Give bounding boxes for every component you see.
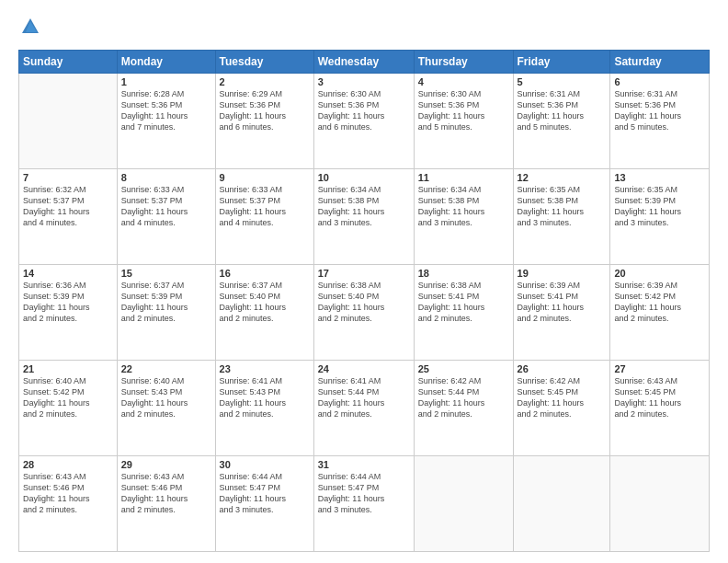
day-info: Sunrise: 6:30 AM Sunset: 5:36 PM Dayligh… [418,88,509,133]
day-info: Sunrise: 6:40 AM Sunset: 5:42 PM Dayligh… [23,375,113,420]
logo-icon [20,17,40,37]
day-info: Sunrise: 6:42 AM Sunset: 5:44 PM Dayligh… [418,375,509,420]
day-number: 5 [518,76,607,87]
day-info: Sunrise: 6:38 AM Sunset: 5:40 PM Dayligh… [318,280,410,325]
calendar-header-row: SundayMondayTuesdayWednesdayThursdayFrid… [19,51,710,74]
calendar-header-sunday: Sunday [19,51,118,74]
day-info: Sunrise: 6:32 AM Sunset: 5:37 PM Dayligh… [23,184,113,229]
day-info: Sunrise: 6:33 AM Sunset: 5:37 PM Dayligh… [121,184,211,229]
calendar-cell: 26Sunrise: 6:42 AM Sunset: 5:45 PM Dayli… [513,361,610,456]
calendar-cell [513,456,610,552]
calendar-cell: 16Sunrise: 6:37 AM Sunset: 5:40 PM Dayli… [215,265,313,361]
day-number: 14 [23,268,113,279]
day-info: Sunrise: 6:43 AM Sunset: 5:46 PM Dayligh… [121,471,211,516]
day-info: Sunrise: 6:31 AM Sunset: 5:36 PM Dayligh… [518,88,607,133]
calendar-cell: 31Sunrise: 6:44 AM Sunset: 5:47 PM Dayli… [313,456,414,552]
calendar-week-5: 28Sunrise: 6:43 AM Sunset: 5:46 PM Dayli… [19,456,710,552]
day-info: Sunrise: 6:40 AM Sunset: 5:43 PM Dayligh… [121,375,211,420]
day-info: Sunrise: 6:44 AM Sunset: 5:47 PM Dayligh… [318,471,410,516]
day-number: 12 [518,172,607,183]
calendar-cell [610,456,710,552]
day-number: 7 [23,172,113,183]
day-info: Sunrise: 6:43 AM Sunset: 5:45 PM Dayligh… [614,375,705,420]
day-info: Sunrise: 6:34 AM Sunset: 5:38 PM Dayligh… [318,184,410,229]
calendar-cell: 30Sunrise: 6:44 AM Sunset: 5:47 PM Dayli… [215,456,313,552]
logo [18,17,40,40]
day-number: 29 [121,459,211,470]
day-number: 25 [418,363,509,374]
day-number: 13 [614,172,705,183]
calendar-cell: 27Sunrise: 6:43 AM Sunset: 5:45 PM Dayli… [610,361,710,456]
calendar-cell: 7Sunrise: 6:32 AM Sunset: 5:37 PM Daylig… [19,169,118,265]
day-info: Sunrise: 6:39 AM Sunset: 5:42 PM Dayligh… [614,280,705,325]
calendar-cell: 18Sunrise: 6:38 AM Sunset: 5:41 PM Dayli… [414,265,513,361]
day-number: 31 [318,459,410,470]
day-info: Sunrise: 6:35 AM Sunset: 5:39 PM Dayligh… [614,184,705,229]
day-info: Sunrise: 6:41 AM Sunset: 5:43 PM Dayligh… [220,375,310,420]
day-info: Sunrise: 6:37 AM Sunset: 5:40 PM Dayligh… [220,280,310,325]
calendar-header-saturday: Saturday [610,51,710,74]
calendar-cell: 2Sunrise: 6:29 AM Sunset: 5:36 PM Daylig… [215,74,313,169]
calendar-cell: 19Sunrise: 6:39 AM Sunset: 5:41 PM Dayli… [513,265,610,361]
header [18,17,710,40]
calendar-cell [19,74,118,169]
day-number: 22 [121,363,211,374]
day-number: 18 [418,268,509,279]
day-info: Sunrise: 6:41 AM Sunset: 5:44 PM Dayligh… [318,375,410,420]
day-info: Sunrise: 6:33 AM Sunset: 5:37 PM Dayligh… [220,184,310,229]
calendar-cell: 24Sunrise: 6:41 AM Sunset: 5:44 PM Dayli… [313,361,414,456]
calendar-header-thursday: Thursday [414,51,513,74]
calendar-cell: 21Sunrise: 6:40 AM Sunset: 5:42 PM Dayli… [19,361,118,456]
calendar-table: SundayMondayTuesdayWednesdayThursdayFrid… [18,50,710,552]
calendar-cell: 25Sunrise: 6:42 AM Sunset: 5:44 PM Dayli… [414,361,513,456]
calendar-week-1: 1Sunrise: 6:28 AM Sunset: 5:36 PM Daylig… [19,74,710,169]
day-number: 3 [318,76,410,87]
calendar-cell: 8Sunrise: 6:33 AM Sunset: 5:37 PM Daylig… [117,169,215,265]
calendar-cell: 17Sunrise: 6:38 AM Sunset: 5:40 PM Dayli… [313,265,414,361]
day-info: Sunrise: 6:34 AM Sunset: 5:38 PM Dayligh… [418,184,509,229]
day-number: 17 [318,268,410,279]
calendar-cell: 5Sunrise: 6:31 AM Sunset: 5:36 PM Daylig… [513,74,610,169]
day-info: Sunrise: 6:31 AM Sunset: 5:36 PM Dayligh… [614,88,705,133]
day-info: Sunrise: 6:42 AM Sunset: 5:45 PM Dayligh… [518,375,607,420]
day-number: 30 [220,459,310,470]
day-number: 20 [614,268,705,279]
day-number: 11 [418,172,509,183]
day-number: 10 [318,172,410,183]
calendar-cell: 1Sunrise: 6:28 AM Sunset: 5:36 PM Daylig… [117,74,215,169]
calendar-cell [414,456,513,552]
calendar-cell: 11Sunrise: 6:34 AM Sunset: 5:38 PM Dayli… [414,169,513,265]
calendar-header-monday: Monday [117,51,215,74]
day-number: 15 [121,268,211,279]
day-number: 28 [23,459,113,470]
day-info: Sunrise: 6:43 AM Sunset: 5:46 PM Dayligh… [23,471,113,516]
day-number: 21 [23,363,113,374]
day-info: Sunrise: 6:29 AM Sunset: 5:36 PM Dayligh… [220,88,310,133]
calendar-week-4: 21Sunrise: 6:40 AM Sunset: 5:42 PM Dayli… [19,361,710,456]
calendar-cell: 4Sunrise: 6:30 AM Sunset: 5:36 PM Daylig… [414,74,513,169]
day-number: 19 [518,268,607,279]
calendar-cell: 22Sunrise: 6:40 AM Sunset: 5:43 PM Dayli… [117,361,215,456]
page: SundayMondayTuesdayWednesdayThursdayFrid… [0,0,728,563]
day-number: 16 [220,268,310,279]
day-number: 8 [121,172,211,183]
day-number: 2 [220,76,310,87]
day-info: Sunrise: 6:38 AM Sunset: 5:41 PM Dayligh… [418,280,509,325]
calendar-cell: 23Sunrise: 6:41 AM Sunset: 5:43 PM Dayli… [215,361,313,456]
day-number: 1 [121,76,211,87]
calendar-header-wednesday: Wednesday [313,51,414,74]
day-number: 26 [518,363,607,374]
calendar-cell: 28Sunrise: 6:43 AM Sunset: 5:46 PM Dayli… [19,456,118,552]
day-number: 27 [614,363,705,374]
calendar-cell: 9Sunrise: 6:33 AM Sunset: 5:37 PM Daylig… [215,169,313,265]
calendar-cell: 3Sunrise: 6:30 AM Sunset: 5:36 PM Daylig… [313,74,414,169]
calendar-cell: 10Sunrise: 6:34 AM Sunset: 5:38 PM Dayli… [313,169,414,265]
day-number: 23 [220,363,310,374]
day-info: Sunrise: 6:28 AM Sunset: 5:36 PM Dayligh… [121,88,211,133]
calendar-cell: 15Sunrise: 6:37 AM Sunset: 5:39 PM Dayli… [117,265,215,361]
day-info: Sunrise: 6:36 AM Sunset: 5:39 PM Dayligh… [23,280,113,325]
calendar-cell: 6Sunrise: 6:31 AM Sunset: 5:36 PM Daylig… [610,74,710,169]
day-number: 9 [220,172,310,183]
day-info: Sunrise: 6:30 AM Sunset: 5:36 PM Dayligh… [318,88,410,133]
day-info: Sunrise: 6:35 AM Sunset: 5:38 PM Dayligh… [518,184,607,229]
